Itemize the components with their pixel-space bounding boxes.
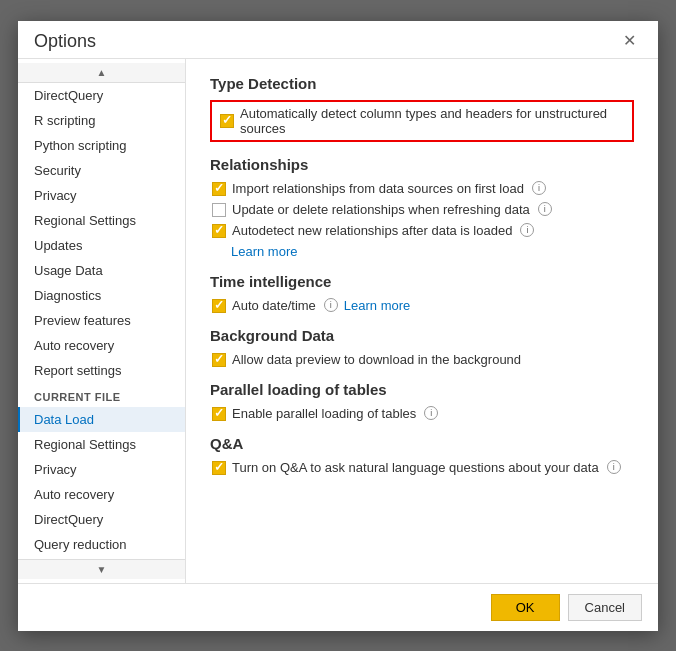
main-sections: Type DetectionAutomatically detect colum… (210, 75, 634, 475)
option-inline-1-2: Autodetect new relationships after data … (212, 223, 534, 238)
sidebar-item-auto-recovery[interactable]: Auto recovery (18, 333, 185, 358)
option-row-1-1: Update or delete relationships when refr… (210, 202, 634, 217)
ok-button[interactable]: OK (491, 594, 560, 621)
info-icon-1-0[interactable]: i (532, 181, 546, 195)
close-button[interactable]: ✕ (617, 31, 642, 51)
sidebar-current-file: Data LoadRegional SettingsPrivacyAuto re… (18, 407, 185, 582)
titlebar: Options ✕ (18, 21, 658, 58)
sidebar-item-usage-data[interactable]: Usage Data (18, 258, 185, 283)
option-text-3-0: Allow data preview to download in the ba… (232, 352, 521, 367)
section-title-4: Parallel loading of tables (210, 381, 634, 398)
option-text-0-0: Automatically detect column types and he… (240, 106, 624, 136)
sidebar-cf-item-query-reduction[interactable]: Query reduction (18, 532, 185, 557)
section-title-5: Q&A (210, 435, 634, 452)
info-icon-2-0[interactable]: i (324, 298, 338, 312)
option-text-5-0: Turn on Q&A to ask natural language ques… (232, 460, 599, 475)
checkbox-5-0[interactable] (212, 461, 226, 475)
sidebar-cf-item-regional-settings[interactable]: Regional Settings (18, 432, 185, 457)
checkbox-1-1[interactable] (212, 203, 226, 217)
option-text-2-0: Auto date/time (232, 298, 316, 313)
sidebar-item-python-scripting[interactable]: Python scripting (18, 133, 185, 158)
sidebar-cf-item-auto-recovery[interactable]: Auto recovery (18, 482, 185, 507)
option-inline-3-0: Allow data preview to download in the ba… (212, 352, 521, 367)
option-text-1-1: Update or delete relationships when refr… (232, 202, 530, 217)
checkbox-0-0[interactable] (220, 114, 234, 128)
checkbox-3-0[interactable] (212, 353, 226, 367)
info-icon-1-2[interactable]: i (520, 223, 534, 237)
cancel-button[interactable]: Cancel (568, 594, 642, 621)
sidebar: ▲ DirectQueryR scriptingPython scripting… (18, 59, 186, 583)
option-inline-4-0: Enable parallel loading of tablesi (212, 406, 438, 421)
info-icon-1-1[interactable]: i (538, 202, 552, 216)
main-content: Type DetectionAutomatically detect colum… (186, 59, 658, 583)
current-file-label: CURRENT FILE (18, 383, 185, 407)
option-text-1-2: Autodetect new relationships after data … (232, 223, 512, 238)
section-title-1: Relationships (210, 156, 634, 173)
sidebar-item-diagnostics[interactable]: Diagnostics (18, 283, 185, 308)
option-inline-1-0: Import relationships from data sources o… (212, 181, 546, 196)
sidebar-item-preview-features[interactable]: Preview features (18, 308, 185, 333)
section-title-3: Background Data (210, 327, 634, 344)
options-dialog: Options ✕ ▲ DirectQueryR scriptingPython… (18, 21, 658, 631)
section-title-0: Type Detection (210, 75, 634, 92)
sidebar-cf-item-privacy[interactable]: Privacy (18, 457, 185, 482)
dialog-footer: OK Cancel (18, 583, 658, 631)
option-row-0-0: Automatically detect column types and he… (210, 100, 634, 142)
option-row-5-0: Turn on Q&A to ask natural language ques… (210, 460, 634, 475)
sidebar-global: DirectQueryR scriptingPython scriptingSe… (18, 83, 185, 383)
sidebar-item-updates[interactable]: Updates (18, 233, 185, 258)
option-row-2-0: Auto date/timeiLearn more (210, 298, 634, 313)
learn-more-section-1[interactable]: Learn more (210, 244, 634, 259)
option-inline-1-1: Update or delete relationships when refr… (212, 202, 552, 217)
sidebar-item-directquery[interactable]: DirectQuery (18, 83, 185, 108)
sidebar-cf-item-directquery[interactable]: DirectQuery (18, 507, 185, 532)
option-inline-2-0: Auto date/timeiLearn more (212, 298, 410, 313)
checkbox-1-2[interactable] (212, 224, 226, 238)
option-text-1-0: Import relationships from data sources o… (232, 181, 524, 196)
sidebar-item-report-settings[interactable]: Report settings (18, 358, 185, 383)
learn-more-inline-2-0[interactable]: Learn more (344, 298, 410, 313)
info-icon-5-0[interactable]: i (607, 460, 621, 474)
section-title-2: Time intelligence (210, 273, 634, 290)
option-row-1-2: Autodetect new relationships after data … (210, 223, 634, 238)
checkbox-1-0[interactable] (212, 182, 226, 196)
option-row-1-0: Import relationships from data sources o… (210, 181, 634, 196)
sidebar-item-security[interactable]: Security (18, 158, 185, 183)
sidebar-cf-item-data-load[interactable]: Data Load (18, 407, 185, 432)
dialog-body: ▲ DirectQueryR scriptingPython scripting… (18, 58, 658, 583)
option-inline-5-0: Turn on Q&A to ask natural language ques… (212, 460, 621, 475)
sidebar-scroll-up[interactable]: ▲ (18, 63, 185, 83)
sidebar-item-regional-settings[interactable]: Regional Settings (18, 208, 185, 233)
checkbox-4-0[interactable] (212, 407, 226, 421)
option-text-4-0: Enable parallel loading of tables (232, 406, 416, 421)
sidebar-item-r-scripting[interactable]: R scripting (18, 108, 185, 133)
dialog-title: Options (34, 31, 96, 52)
option-row-3-0: Allow data preview to download in the ba… (210, 352, 634, 367)
sidebar-item-privacy[interactable]: Privacy (18, 183, 185, 208)
checkbox-2-0[interactable] (212, 299, 226, 313)
option-row-4-0: Enable parallel loading of tablesi (210, 406, 634, 421)
sidebar-scroll-down[interactable]: ▼ (18, 559, 185, 579)
info-icon-4-0[interactable]: i (424, 406, 438, 420)
